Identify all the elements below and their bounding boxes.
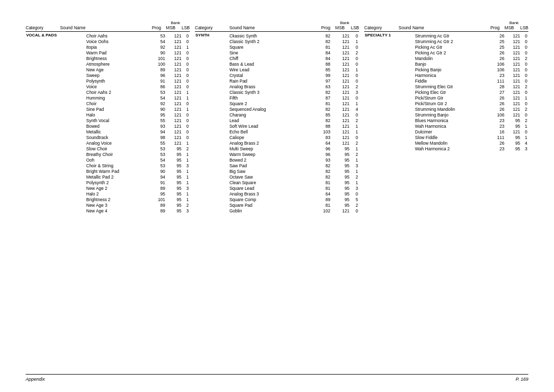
sound-name-cell: Metallic bbox=[84, 129, 150, 134]
table-row: Multi Sweep96951 bbox=[195, 146, 359, 151]
lsb-cell: 3 bbox=[183, 185, 190, 191]
lsb-cell: 0 bbox=[183, 84, 190, 89]
msb-cell: 95 bbox=[166, 185, 183, 191]
category-cell bbox=[26, 180, 84, 185]
prog-cell: 53 bbox=[150, 151, 166, 157]
lsb-cell: 2 bbox=[183, 202, 190, 208]
table-row: Choir Aahs 2531211 bbox=[26, 89, 190, 95]
footer-right: P. 169 bbox=[516, 377, 528, 382]
sound-name-cell: Bass & Lead bbox=[227, 61, 312, 67]
msb-cell: 95 bbox=[166, 163, 183, 168]
table-row: Clean Square81951 bbox=[195, 180, 359, 185]
msb-cell: 121 bbox=[166, 123, 183, 129]
sound-name-cell: Mandolin bbox=[413, 55, 489, 61]
footer: Appendix P. 169 bbox=[26, 374, 528, 382]
sound-name-cell: Lead bbox=[227, 117, 312, 123]
table-row: Brightness1011210 bbox=[26, 55, 190, 61]
msb-cell: 121 bbox=[166, 140, 183, 146]
lsb-cell: 3 bbox=[183, 163, 190, 168]
msb-cell: 121 bbox=[505, 72, 521, 78]
table-row: Halo 295951 bbox=[26, 191, 190, 197]
prog-cell: 97 bbox=[312, 78, 331, 84]
lsb-cell: 0 bbox=[183, 33, 190, 38]
sound-name-cell: Brightness 2 bbox=[84, 197, 150, 202]
lsb-cell: 1 bbox=[350, 123, 359, 129]
category-cell bbox=[26, 78, 84, 84]
table-row: New Age 489953 bbox=[26, 208, 190, 213]
lsb-cell: 0 bbox=[521, 129, 528, 134]
msb-cell: 95 bbox=[166, 191, 183, 197]
category-cell bbox=[364, 106, 413, 112]
prog-cell: 99 bbox=[312, 72, 331, 78]
table-row: Picking Elec Gtr271210 bbox=[364, 89, 528, 95]
lsb-cell: 3 bbox=[350, 163, 359, 168]
lsb-cell: 1 bbox=[183, 89, 190, 95]
lsb-cell: 0 bbox=[350, 112, 359, 117]
prog-cell: 89 bbox=[150, 208, 166, 213]
prog-cell: 94 bbox=[150, 129, 166, 134]
prog-cell: 81 bbox=[312, 180, 331, 185]
table-row: Classic Synth 2821211 bbox=[195, 38, 359, 44]
msb-cell: 121 bbox=[166, 38, 183, 44]
sound-name-cell: Analog Brass 3 bbox=[227, 191, 312, 197]
sound-name-cell: Strumming Banjo bbox=[413, 112, 489, 117]
prog-cell: 95 bbox=[150, 191, 166, 197]
sound-name-cell: Crystal bbox=[227, 72, 312, 78]
sound-name-cell: Pick/Strum Gtr 2 bbox=[413, 101, 489, 106]
msb-cell: 121 bbox=[166, 89, 183, 95]
table-row: Banjo1061210 bbox=[364, 61, 528, 67]
sound-name-cell: Strumming Mandolin bbox=[413, 106, 489, 112]
prog-cell: 92 bbox=[150, 101, 166, 106]
prog-cell: 90 bbox=[150, 168, 166, 174]
category-cell bbox=[26, 140, 84, 146]
sound-name-cell: Pick/Strum Gtr bbox=[413, 95, 489, 101]
msb-cell: 121 bbox=[331, 72, 350, 78]
sound-name-cell: Choir bbox=[84, 101, 150, 106]
lsb-cell: 2 bbox=[350, 174, 359, 180]
category-cell bbox=[195, 151, 227, 157]
msb-cell: 121 bbox=[166, 44, 183, 50]
lsb-cell: 2 bbox=[350, 151, 359, 157]
msb-cell: 95 bbox=[505, 140, 521, 146]
prog-cell: 93 bbox=[312, 157, 331, 163]
category-cell bbox=[195, 55, 227, 61]
msb-cell: 95 bbox=[166, 168, 183, 174]
prog-cell: 82 bbox=[312, 117, 331, 123]
prog-cell: 98 bbox=[150, 134, 166, 140]
lsb-cell: 2 bbox=[521, 117, 528, 123]
table-row: Classic Synth 3821213 bbox=[195, 89, 359, 95]
table-row: Charang851210 bbox=[195, 112, 359, 117]
prog-cell: 55 bbox=[150, 117, 166, 123]
category-cell bbox=[364, 67, 413, 72]
prog-cell: 111 bbox=[489, 134, 505, 140]
table-row: Chiff841210 bbox=[195, 55, 359, 61]
table-row: Pick/Strum Gtr261211 bbox=[364, 95, 528, 101]
lsb-cell: 1 bbox=[350, 129, 359, 134]
column-1: BankCategorySound NameProgMSBLSBVOCAL & … bbox=[26, 21, 195, 213]
table-row: Picking Ac Gtr251210 bbox=[364, 44, 528, 50]
msb-cell: 121 bbox=[331, 140, 350, 146]
category-cell bbox=[195, 191, 227, 197]
prog-cell: 111 bbox=[489, 78, 505, 84]
msb-cell: 95 bbox=[331, 168, 350, 174]
prog-cell: 55 bbox=[150, 140, 166, 146]
msb-cell: 121 bbox=[505, 33, 521, 38]
lsb-cell: 1 bbox=[521, 123, 528, 129]
table-row: Analog Brass631212 bbox=[195, 84, 359, 89]
category-cell bbox=[364, 61, 413, 67]
prog-cell: 85 bbox=[312, 112, 331, 117]
table-row: Picking Banjo1061210 bbox=[364, 67, 528, 72]
lsb-cell: 5 bbox=[350, 197, 359, 202]
msb-cell: 121 bbox=[166, 67, 183, 72]
msb-cell: 121 bbox=[505, 55, 521, 61]
lsb-cell: 1 bbox=[183, 44, 190, 50]
sound-name-cell: Dulcimer bbox=[413, 129, 489, 134]
lsb-cell: 0 bbox=[521, 61, 528, 67]
msb-cell: 121 bbox=[331, 208, 350, 213]
bank-label: Bank bbox=[330, 21, 359, 25]
table-row: Ooh54951 bbox=[26, 157, 190, 163]
column-2: BankCategorySound NameProgMSBLSBSYNTHCka… bbox=[195, 21, 364, 213]
lsb-cell: 0 bbox=[183, 50, 190, 55]
msb-cell: 121 bbox=[505, 95, 521, 101]
lsb-cell: 0 bbox=[521, 101, 528, 106]
